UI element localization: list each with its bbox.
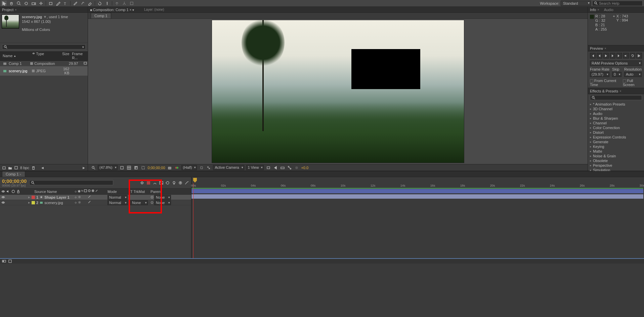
render-queue-icon[interactable] bbox=[8, 259, 12, 263]
workspace-dropdown[interactable]: Standard bbox=[561, 1, 591, 6]
project-item-image[interactable]: scenery.jpg JPEG 162 KB bbox=[0, 66, 88, 76]
current-time-indicator[interactable] bbox=[193, 178, 197, 183]
ram-preview-button[interactable] bbox=[636, 53, 642, 58]
current-time-display[interactable]: 0;00;00;00 bbox=[148, 166, 165, 170]
mode-dropdown[interactable]: Normal bbox=[108, 195, 128, 200]
new-comp-icon[interactable] bbox=[14, 166, 18, 170]
play-button[interactable] bbox=[603, 53, 609, 58]
fast-preview-icon[interactable] bbox=[273, 165, 278, 170]
effects-category[interactable]: ▸Blur & Sharpen bbox=[588, 116, 644, 121]
timeline-icon[interactable] bbox=[280, 165, 285, 170]
project-tab[interactable]: Project× bbox=[0, 7, 88, 13]
skip-dropdown[interactable]: 0 bbox=[612, 72, 621, 77]
comp-tab[interactable]: Comp 1 bbox=[91, 13, 111, 19]
bpc-label[interactable]: 8 bpc bbox=[20, 166, 29, 170]
composition-panel-title[interactable]: Composition: Comp 1 bbox=[93, 8, 129, 12]
effects-category[interactable]: ▸Noise & Grain bbox=[588, 154, 644, 158]
audio-tab[interactable]: Audio bbox=[604, 8, 613, 12]
effects-search-input[interactable] bbox=[590, 95, 642, 100]
pan-behind-tool-icon[interactable] bbox=[38, 1, 44, 6]
pen-tool-icon[interactable] bbox=[55, 1, 61, 6]
close-icon[interactable]: × bbox=[15, 8, 16, 11]
effects-category[interactable]: ▸Distort bbox=[588, 130, 644, 135]
preview-res-dropdown[interactable]: Auto bbox=[624, 72, 642, 77]
timeline-tab[interactable]: Comp 1 × bbox=[2, 171, 25, 177]
timeline-search-input[interactable] bbox=[29, 180, 113, 185]
world-axis-icon[interactable] bbox=[122, 1, 127, 6]
effects-tab[interactable]: Effects & Presets bbox=[590, 89, 618, 93]
rectangle-tool-icon[interactable] bbox=[48, 1, 53, 6]
flowchart-icon[interactable] bbox=[287, 165, 292, 170]
shape-layer[interactable] bbox=[351, 49, 420, 89]
hand-tool-icon[interactable] bbox=[9, 1, 14, 6]
local-axis-icon[interactable] bbox=[114, 1, 120, 6]
eye-column-icon[interactable] bbox=[1, 190, 5, 193]
trkmat-dropdown[interactable]: None bbox=[130, 200, 148, 205]
camera-dropdown[interactable]: Active Camera bbox=[213, 165, 244, 170]
transparency-icon[interactable] bbox=[206, 165, 211, 170]
trash-icon[interactable] bbox=[31, 166, 35, 170]
framerate-dropdown[interactable]: (29.97) bbox=[590, 72, 609, 77]
draft3d-icon[interactable] bbox=[146, 181, 151, 185]
prev-frame-button[interactable] bbox=[597, 53, 602, 58]
mask-icon[interactable] bbox=[141, 165, 146, 170]
parent-dropdown[interactable]: None bbox=[154, 200, 171, 205]
effects-category[interactable]: ▸Generate bbox=[588, 140, 644, 144]
text-tool-icon[interactable]: T bbox=[63, 1, 68, 6]
reset-exposure-icon[interactable] bbox=[294, 165, 299, 170]
project-item-comp[interactable]: Comp 1 Composition 29.97 bbox=[0, 61, 88, 66]
effects-category[interactable]: ▸Matte bbox=[588, 149, 644, 154]
effects-category[interactable]: ▸3D Channel bbox=[588, 107, 644, 111]
info-tab[interactable]: Info bbox=[590, 8, 596, 12]
time-ruler[interactable]: 00s02s04s06s08s10s12s14s16s18s20s22s24s2… bbox=[191, 177, 644, 189]
layer-row-2[interactable]: ▸2scenery.jpg ⟐✱ Normal None ⊙None bbox=[0, 200, 191, 205]
hide-shy-icon[interactable] bbox=[153, 181, 157, 185]
toggle-switches-icon[interactable] bbox=[2, 259, 6, 263]
effects-category[interactable]: ▸Obsolete bbox=[588, 158, 644, 163]
layer-panel-title[interactable]: Layer: (none) bbox=[144, 8, 164, 11]
timecode-display[interactable]: 0;00;00;00 bbox=[2, 178, 27, 184]
exposure-value[interactable]: +0.0 bbox=[301, 166, 308, 170]
clone-tool-icon[interactable] bbox=[80, 1, 85, 6]
parent-dropdown[interactable]: None bbox=[154, 195, 171, 200]
resolution-icon[interactable] bbox=[120, 165, 125, 170]
brush-tool-icon[interactable] bbox=[73, 1, 78, 6]
zoom-tool-icon[interactable] bbox=[16, 1, 22, 6]
first-frame-button[interactable] bbox=[590, 53, 596, 58]
project-search-input[interactable]: ▾ bbox=[2, 44, 86, 49]
ram-options-dropdown[interactable]: RAM Preview Options bbox=[590, 61, 642, 66]
lock-column-icon[interactable] bbox=[16, 190, 20, 193]
layer-bar-2[interactable] bbox=[191, 194, 643, 199]
grid-icon[interactable] bbox=[127, 165, 132, 170]
effects-category[interactable]: ▸Color Correction bbox=[588, 125, 644, 130]
view-dropdown[interactable]: 1 View bbox=[246, 165, 264, 170]
layer-row-1[interactable]: ▸1★Shape Layer 1 ⟐✱ Normal ⊙None bbox=[0, 195, 191, 200]
pixel-aspect-icon[interactable] bbox=[266, 165, 271, 170]
mute-button[interactable] bbox=[623, 53, 629, 58]
layer-bar-1[interactable] bbox=[191, 189, 643, 193]
effects-category[interactable]: ▸Keying bbox=[588, 144, 644, 149]
eraser-tool-icon[interactable] bbox=[87, 1, 93, 6]
search-help-input[interactable]: Search Help bbox=[592, 1, 643, 6]
loop-button[interactable] bbox=[630, 53, 636, 58]
guides-icon[interactable] bbox=[134, 165, 139, 170]
next-frame-button[interactable] bbox=[610, 53, 615, 58]
zoom-dropdown[interactable]: (47.8%) bbox=[98, 165, 118, 170]
selection-tool-icon[interactable] bbox=[1, 1, 7, 6]
view-axis-icon[interactable] bbox=[129, 1, 134, 6]
effects-category[interactable]: ▸Channel bbox=[588, 121, 644, 125]
effects-category[interactable]: ▸Perspective bbox=[588, 163, 644, 168]
snapshot-icon[interactable] bbox=[167, 165, 172, 170]
channel-icon[interactable] bbox=[174, 165, 179, 170]
folder-icon[interactable] bbox=[8, 166, 12, 170]
rotate-tool-icon[interactable] bbox=[24, 1, 29, 6]
speaker-column-icon[interactable] bbox=[6, 190, 10, 193]
graph-editor-icon[interactable] bbox=[184, 181, 189, 185]
resolution-dropdown[interactable]: (Half) bbox=[181, 165, 197, 170]
composition-viewer[interactable] bbox=[88, 19, 588, 164]
effects-category[interactable]: ▸* Animation Presets bbox=[588, 102, 644, 107]
roi-icon[interactable] bbox=[199, 165, 204, 170]
from-current-checkbox[interactable]: From Current Time bbox=[590, 79, 619, 87]
brainstorm-icon[interactable] bbox=[172, 181, 176, 185]
roto-tool-icon[interactable] bbox=[97, 1, 102, 6]
